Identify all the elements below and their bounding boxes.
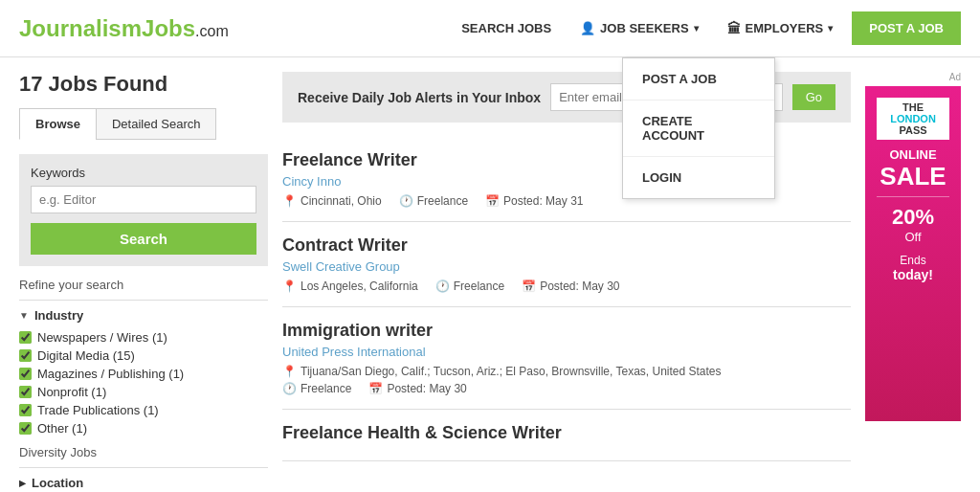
post-job-button[interactable]: POST A JOB bbox=[852, 11, 961, 45]
employers-link[interactable]: 🏛 EMPLOYERS ▾ bbox=[727, 21, 834, 36]
job-posted-text-2: Posted: May 30 bbox=[540, 280, 619, 293]
digital-media-checkbox[interactable] bbox=[19, 349, 32, 362]
location-pin-icon-3: 📍 bbox=[282, 365, 297, 378]
alert-bar-text: Receive Daily Job Alerts in Your Inbox bbox=[298, 90, 541, 105]
keywords-label: Keywords bbox=[31, 166, 256, 180]
employers-arrow: ▾ bbox=[828, 23, 833, 34]
industry-other: Other (1) bbox=[19, 421, 268, 436]
job-title-4[interactable]: Freelance Health & Science Writer bbox=[282, 423, 851, 443]
job-company-2[interactable]: Swell Creative Group bbox=[282, 259, 851, 274]
dropdown-login[interactable]: LOGIN bbox=[623, 157, 774, 198]
job-type-text-2: Freelance bbox=[454, 280, 504, 293]
ad-today: today! bbox=[877, 267, 949, 282]
search-jobs-link[interactable]: SEARCH JOBS bbox=[461, 21, 551, 35]
industry-digital-media: Digital Media (15) bbox=[19, 348, 268, 363]
magazines-label: Magazines / Publishing (1) bbox=[37, 367, 184, 381]
header: JournalismJobs.com SEARCH JOBS 👤 JOB SEE… bbox=[0, 0, 980, 57]
newspapers-checkbox[interactable] bbox=[19, 331, 32, 344]
jobs-found-label: 17 Jobs Found bbox=[19, 72, 268, 97]
alert-submit-button[interactable]: Go bbox=[792, 84, 835, 110]
location-arrow-icon: ▸ bbox=[19, 476, 26, 490]
ad-off: Off bbox=[877, 230, 949, 244]
search-button[interactable]: Search bbox=[31, 223, 256, 255]
industry-trade: Trade Publications (1) bbox=[19, 403, 268, 417]
ad-box[interactable]: THE LONDON PASS ONLINE SALE 20% Off Ends… bbox=[865, 86, 961, 421]
ad-sale: SALE bbox=[877, 164, 949, 189]
nonprofit-label: Nonprofit (1) bbox=[37, 385, 106, 399]
logo-accent: Jobs bbox=[142, 15, 195, 41]
ad-logo-line3: PASS bbox=[882, 124, 944, 136]
ad-percent-container: 20% bbox=[877, 205, 949, 230]
ad-divider bbox=[877, 196, 949, 197]
sidebar: 17 Jobs Found Browse Detailed Search Key… bbox=[19, 72, 268, 490]
industry-nonprofit: Nonprofit (1) bbox=[19, 385, 268, 399]
job-company-3[interactable]: United Press International bbox=[282, 345, 851, 359]
job-meta-2: 📍 Los Angeles, California 🕐 Freelance 📅 … bbox=[282, 280, 851, 293]
person-icon: 👤 bbox=[580, 21, 595, 35]
industry-section: ▼ Industry Newspapers / Wires (1) Digita… bbox=[19, 300, 268, 436]
refine-label: Refine your search bbox=[19, 278, 268, 292]
job-meta-3b: 🕐 Freelance 📅 Posted: May 30 bbox=[282, 382, 851, 395]
job-card-2: Contract Writer Swell Creative Group 📍 L… bbox=[282, 222, 851, 307]
job-type-text-1: Freelance bbox=[417, 194, 468, 208]
job-location-text-1: Cincinnati, Ohio bbox=[301, 194, 382, 208]
location-pin-icon-1: 📍 bbox=[282, 194, 297, 208]
job-location-2: 📍 Los Angeles, California bbox=[282, 280, 418, 293]
job-posted-text-1: Posted: May 31 bbox=[503, 194, 583, 208]
job-type-text-3: Freelance bbox=[301, 382, 351, 395]
diversity-jobs-link[interactable]: Diversity Jobs bbox=[19, 445, 268, 459]
employers-dropdown: POST A JOB CREATE ACCOUNT LOGIN bbox=[622, 57, 775, 199]
job-type-1: 🕐 Freelance bbox=[399, 194, 468, 208]
ad-logo-line1: THE bbox=[882, 101, 944, 113]
job-title-2[interactable]: Contract Writer bbox=[282, 235, 851, 256]
job-seekers-arrow: ▾ bbox=[694, 23, 699, 34]
trade-checkbox[interactable] bbox=[19, 404, 32, 416]
job-seekers-link[interactable]: 👤 JOB SEEKERS ▾ bbox=[580, 21, 698, 35]
clock-icon-1: 🕐 bbox=[399, 194, 413, 208]
main-nav: SEARCH JOBS 👤 JOB SEEKERS ▾ 🏛 EMPLOYERS … bbox=[461, 21, 833, 36]
ad-online: ONLINE bbox=[877, 147, 949, 162]
logo-text: Journalism bbox=[19, 15, 142, 41]
job-meta-3: 📍 Tijuana/San Diego, Calif.; Tucson, Ari… bbox=[282, 365, 851, 378]
location-section: ▸ Location bbox=[19, 467, 268, 490]
industry-magazines: Magazines / Publishing (1) bbox=[19, 367, 268, 381]
industry-header[interactable]: ▼ Industry bbox=[19, 308, 268, 323]
job-posted-2: 📅 Posted: May 30 bbox=[522, 280, 619, 293]
job-posted-text-3: Posted: May 30 bbox=[387, 382, 466, 395]
job-location-1: 📍 Cincinnati, Ohio bbox=[282, 194, 382, 208]
clock-icon-2: 🕐 bbox=[435, 280, 450, 293]
logo-com: .com bbox=[195, 23, 229, 39]
trade-label: Trade Publications (1) bbox=[37, 403, 159, 417]
main-content: 17 Jobs Found Browse Detailed Search Key… bbox=[0, 57, 980, 492]
job-title-3[interactable]: Immigration writer bbox=[282, 321, 851, 341]
location-pin-icon-2: 📍 bbox=[282, 280, 297, 293]
ad-percent-suffix: % bbox=[915, 205, 934, 229]
search-input[interactable] bbox=[31, 186, 256, 213]
digital-media-label: Digital Media (15) bbox=[37, 348, 135, 363]
dropdown-create-account[interactable]: CREATE ACCOUNT bbox=[623, 101, 774, 157]
job-card-3: Immigration writer United Press Internat… bbox=[282, 307, 851, 410]
job-posted-1: 📅 Posted: May 31 bbox=[485, 194, 583, 208]
other-checkbox[interactable] bbox=[19, 422, 32, 435]
job-type-2: 🕐 Freelance bbox=[435, 280, 504, 293]
magazines-checkbox[interactable] bbox=[19, 368, 32, 380]
employers-label: EMPLOYERS bbox=[746, 21, 824, 35]
dropdown-post-job[interactable]: POST A JOB bbox=[623, 58, 774, 101]
clock-icon-3: 🕐 bbox=[282, 382, 297, 395]
nonprofit-checkbox[interactable] bbox=[19, 386, 32, 398]
job-type-3: 🕐 Freelance bbox=[282, 382, 351, 395]
calendar-icon-1: 📅 bbox=[485, 194, 500, 208]
location-header[interactable]: ▸ Location bbox=[19, 476, 268, 490]
job-posted-3: 📅 Posted: May 30 bbox=[368, 382, 466, 395]
location-label: Location bbox=[32, 476, 83, 490]
job-card-4: Freelance Health & Science Writer bbox=[282, 410, 851, 461]
job-seekers-label: JOB SEEKERS bbox=[600, 21, 688, 35]
ad-sidebar: Ad THE LONDON PASS ONLINE SALE 20% Off E… bbox=[865, 72, 961, 490]
search-tabs: Browse Detailed Search bbox=[19, 108, 268, 140]
tab-detailed-search[interactable]: Detailed Search bbox=[96, 108, 217, 140]
tab-browse[interactable]: Browse bbox=[19, 108, 96, 140]
industry-label: Industry bbox=[34, 308, 83, 323]
ad-percent: 20 bbox=[892, 205, 915, 229]
ad-ends: Ends bbox=[877, 254, 949, 267]
site-logo: JournalismJobs.com bbox=[19, 15, 229, 42]
